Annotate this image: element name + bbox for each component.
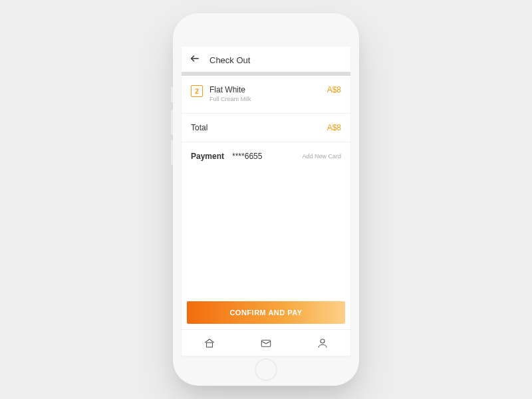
phone-side-button (171, 140, 173, 165)
cart-item: 2 Flat White Full Cream Milk A$8 (182, 76, 350, 113)
item-price: A$8 (327, 85, 341, 94)
home-icon[interactable] (203, 337, 215, 349)
header: Check Out (182, 47, 350, 72)
phone-home-button (255, 358, 277, 381)
item-text: Flat White Full Cream Milk (209, 85, 321, 102)
payment-row: Payment ****6655 Add New Card (182, 142, 350, 170)
total-row: Total A$8 (182, 113, 350, 142)
phone-side-button (171, 110, 173, 135)
profile-icon[interactable] (317, 337, 329, 349)
app-screen: Check Out 2 Flat White Full Cream Milk A… (182, 47, 350, 356)
svg-rect-1 (207, 342, 213, 347)
confirm-pay-button[interactable]: CONFIRM AND PAY (187, 301, 345, 324)
total-price: A$8 (327, 123, 341, 132)
svg-point-3 (321, 339, 325, 343)
total-label: Total (191, 123, 207, 132)
spacer (182, 170, 350, 301)
back-icon[interactable] (190, 53, 200, 66)
add-new-card-link[interactable]: Add New Card (302, 153, 341, 160)
card-number: ****6655 (232, 152, 294, 161)
phone-frame: Check Out 2 Flat White Full Cream Milk A… (173, 13, 359, 386)
item-name: Flat White (209, 85, 321, 94)
item-subtitle: Full Cream Milk (209, 96, 321, 102)
page-title: Check Out (209, 55, 250, 65)
payment-label: Payment (191, 152, 224, 161)
quantity-badge: 2 (191, 85, 203, 97)
phone-side-button (171, 86, 173, 102)
mail-icon[interactable] (260, 337, 272, 349)
tab-bar (182, 329, 350, 356)
